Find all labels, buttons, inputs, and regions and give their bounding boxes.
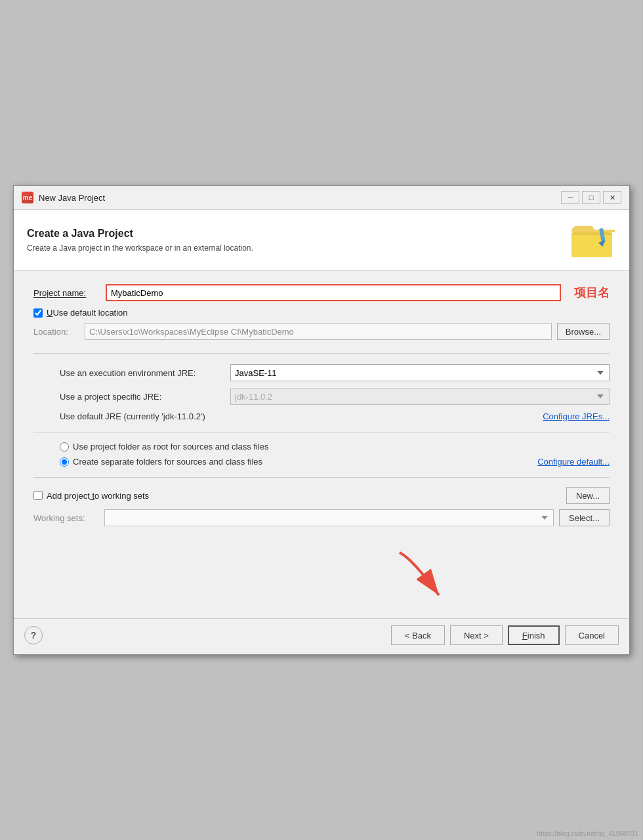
layout-option2-row: Create separate folders for sources and … [60, 457, 610, 467]
add-working-sets-row: Add project to working sets [33, 491, 149, 501]
project-name-row: Project name: 项目名 [33, 284, 610, 301]
execution-env-row: Use an execution environment JRE: JavaSE… [60, 364, 610, 381]
use-default-location-label[interactable]: UUse default location [47, 308, 128, 318]
select-working-set-button[interactable]: Select... [559, 509, 610, 526]
execution-env-label: Use an execution environment JRE: [60, 368, 230, 378]
configure-jres-link[interactable]: Configure JREs... [543, 411, 610, 421]
project-layout-section: Use project folder as root for sources a… [33, 442, 610, 467]
page-title: Create a Java Project [27, 228, 253, 240]
window-title: New Java Project [39, 193, 556, 203]
location-label: Location: [33, 327, 79, 337]
separator-3 [33, 477, 610, 478]
project-name-input[interactable] [106, 284, 561, 301]
back-button[interactable]: < Back [391, 625, 445, 645]
footer-right: < Back Next > Finish Cancel [391, 625, 619, 645]
dialog: me New Java Project ─ □ ✕ Create a Java … [13, 185, 630, 655]
next-button[interactable]: Next > [450, 625, 503, 645]
content: Project name: 项目名 UUse default location … [14, 271, 629, 618]
working-sets-input[interactable] [104, 509, 554, 526]
use-default-location-checkbox[interactable] [33, 308, 43, 318]
layout-option1-radio[interactable] [60, 442, 69, 452]
layout-option2-label[interactable]: Create separate folders for sources and … [73, 457, 262, 467]
maximize-button[interactable]: □ [582, 191, 600, 204]
watermark-bar: https://blog.csdn.net/qq_41568703 [14, 652, 629, 654]
working-sets-section: Add project to working sets New... Worki… [33, 487, 610, 526]
window-controls: ─ □ ✕ [561, 191, 621, 204]
arrow-area [33, 539, 610, 605]
specific-jre-row: Use a project specific JRE: jdk-11.0.2 [60, 388, 610, 405]
finish-button[interactable]: Finish [508, 625, 560, 645]
specific-jre-label: Use a project specific JRE: [60, 392, 230, 402]
browse-button[interactable]: Browse... [557, 323, 610, 340]
use-default-location-row: UUse default location [33, 308, 610, 318]
footer-bar: ? < Back Next > Finish Cancel [14, 618, 629, 652]
jre-section: Use an execution environment JRE: JavaSE… [33, 364, 610, 421]
help-button[interactable]: ? [24, 626, 43, 644]
layout-option2-radio[interactable] [60, 457, 69, 467]
red-arrow-icon [386, 546, 465, 605]
svg-rect-1 [571, 235, 612, 257]
title-bar: me New Java Project ─ □ ✕ [14, 186, 629, 210]
close-button[interactable]: ✕ [603, 191, 621, 204]
footer-left: ? [24, 626, 43, 644]
location-input[interactable] [85, 323, 552, 340]
execution-env-select[interactable]: JavaSE-11 [230, 364, 610, 381]
header-section: Create a Java Project Create a Java proj… [14, 210, 629, 271]
location-row: Location: Browse... [33, 323, 610, 340]
separator-1 [33, 353, 610, 354]
add-working-sets-checkbox[interactable] [33, 491, 43, 500]
project-name-label: Project name: [33, 288, 106, 298]
default-jre-label: Use default JRE (currently 'jdk-11.0.2') [60, 411, 205, 421]
configure-default-link[interactable]: Configure default... [537, 457, 610, 467]
add-working-sets-label[interactable]: Add project to working sets [47, 491, 149, 501]
specific-jre-select[interactable]: jdk-11.0.2 [230, 388, 610, 405]
cancel-button[interactable]: Cancel [565, 625, 619, 645]
separator-2 [33, 432, 610, 432]
minimize-button[interactable]: ─ [561, 191, 579, 204]
new-working-set-button[interactable]: New... [566, 487, 610, 504]
page-subtitle: Create a Java project in the workspace o… [27, 243, 253, 253]
working-sets-top: Add project to working sets New... [33, 487, 610, 504]
app-icon: me [22, 192, 33, 203]
working-sets-label: Working sets: [33, 513, 99, 523]
layout-option2-inner: Create separate folders for sources and … [60, 457, 262, 467]
working-sets-bottom: Working sets: Select... [33, 509, 610, 526]
layout-option1-label[interactable]: Use project folder as root for sources a… [73, 442, 268, 452]
annotation-text: 项目名 [574, 285, 610, 301]
folder-icon [570, 220, 616, 260]
watermark-text: https://blog.csdn.net/qq_41568703 [537, 830, 638, 837]
header-text: Create a Java Project Create a Java proj… [27, 228, 253, 253]
layout-option1-row: Use project folder as root for sources a… [60, 442, 268, 452]
default-jre-row: Use default JRE (currently 'jdk-11.0.2')… [60, 411, 610, 421]
